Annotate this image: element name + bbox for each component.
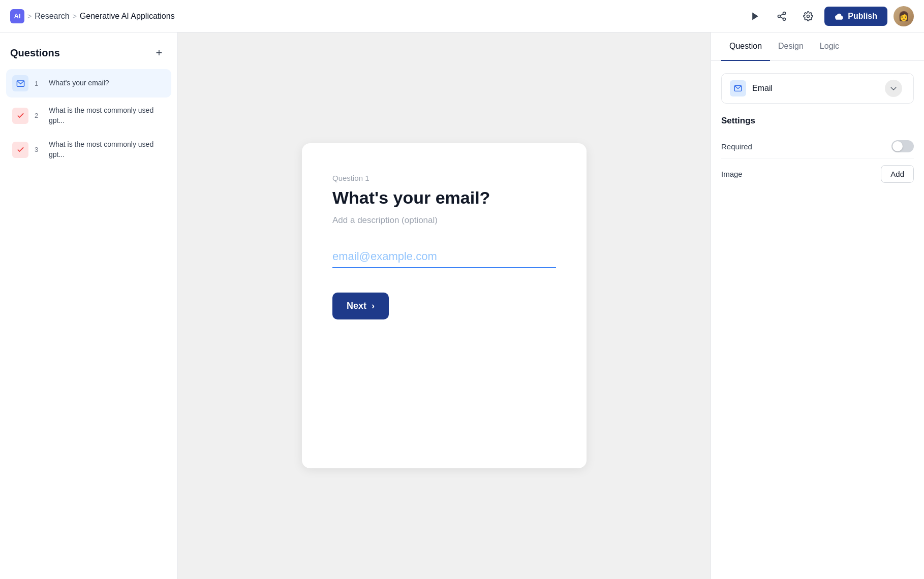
topbar-actions: Publish 👩 [745,6,914,26]
check-question-icon-2 [12,142,28,158]
svg-line-5 [780,14,783,15]
breadcrumb-sep-1: > [27,12,32,20]
list-item[interactable]: 2 What is the most commonly used gpt... [6,100,171,132]
add-image-button[interactable]: Add [881,165,914,183]
toggle-thumb [892,141,903,151]
cursor-hover-circle [885,80,902,97]
svg-point-2 [778,15,781,17]
question-description: Add a description (optional) [332,215,556,226]
list-item[interactable]: 3 What is the most commonly used gpt... [6,134,171,166]
question-list: 1 What's your email? 2 What is the most … [0,69,177,166]
required-label: Required [721,142,752,151]
sidebar-title: Questions [10,47,60,59]
question-label: Question 1 [332,174,556,182]
svg-point-3 [783,18,786,20]
next-arrow-icon: › [372,301,375,311]
settings-heading: Settings [721,116,914,126]
email-input-wrapper [332,250,556,268]
publish-label: Publish [848,12,877,21]
email-type-icon [730,80,746,96]
sidebar-header: Questions + [0,33,177,69]
tab-question[interactable]: Question [721,33,770,61]
image-row: Image Add [721,159,914,189]
breadcrumb-research[interactable]: Research [35,12,69,21]
tab-logic[interactable]: Logic [812,33,847,61]
settings-button[interactable] [798,6,818,26]
next-button[interactable]: Next › [332,293,389,319]
tab-design[interactable]: Design [770,33,812,61]
center-preview: Question 1 What's your email? Add a desc… [178,33,711,579]
next-label: Next [347,301,366,311]
question-number: 1 [35,80,43,87]
panel-content: Email Settings Required [711,61,924,201]
question-text: What's your email? [49,78,109,88]
panel-tabs: Question Design Logic [711,33,924,61]
add-question-button[interactable]: + [151,45,167,61]
question-text: What is the most commonly used gpt... [49,140,165,159]
publish-button[interactable]: Publish [824,7,887,26]
type-label: Email [752,84,773,93]
play-button[interactable] [745,6,765,26]
share-button[interactable] [772,6,792,26]
email-question-icon [12,75,28,91]
question-number: 3 [35,146,43,153]
ai-logo[interactable]: AI [10,9,24,23]
question-text: What is the most commonly used gpt... [49,106,165,125]
right-panel: Question Design Logic Email [711,33,924,579]
svg-point-6 [807,15,810,17]
avatar[interactable]: 👩 [894,6,914,26]
email-input[interactable] [332,250,556,263]
breadcrumb: AI > Research > Generative AI Applicatio… [10,9,175,23]
sidebar: Questions + 1 What's your email? [0,33,178,579]
main-layout: Questions + 1 What's your email? [0,33,924,579]
required-row: Required [721,134,914,159]
question-title: What's your email? [332,187,556,208]
topbar: AI > Research > Generative AI Applicatio… [0,0,924,33]
list-item[interactable]: 1 What's your email? [6,69,171,98]
breadcrumb-current: Generative AI Applications [80,12,175,21]
check-question-icon [12,108,28,124]
svg-marker-0 [752,12,758,20]
image-label: Image [721,170,743,178]
svg-line-4 [780,17,783,18]
type-dropdown[interactable]: Email [721,73,914,104]
svg-point-1 [783,12,786,14]
required-toggle[interactable] [891,140,914,152]
type-left: Email [730,80,773,96]
question-number: 2 [35,112,43,119]
preview-card: Question 1 What's your email? Add a desc… [302,143,587,468]
settings-section: Settings Required Image Add [721,114,914,189]
breadcrumb-sep-2: > [73,12,77,20]
